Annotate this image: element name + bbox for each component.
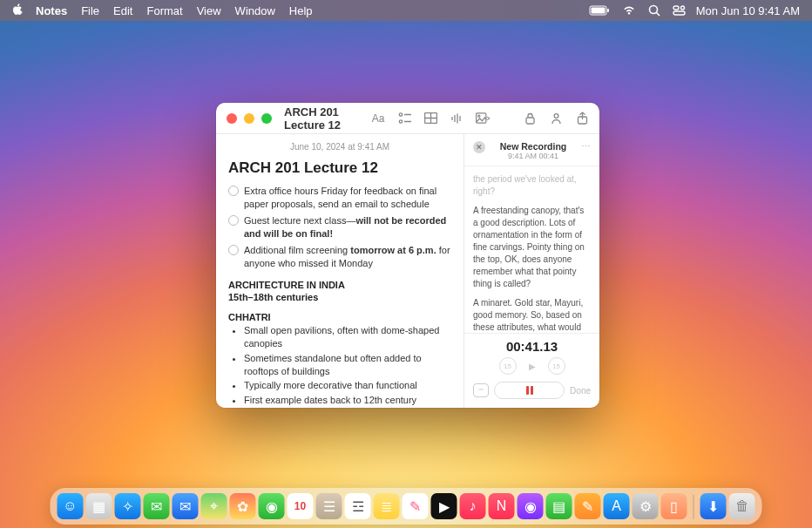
- menu-help[interactable]: Help: [289, 4, 313, 17]
- dock-safari[interactable]: ✧: [115, 493, 141, 519]
- transcript[interactable]: the period we've looked at, right? A fre…: [464, 166, 599, 333]
- checkbox-icon[interactable]: [228, 245, 239, 255]
- bullet-item: Typically more decorative than functiona…: [244, 379, 451, 392]
- toolbar: Aa: [371, 112, 589, 125]
- control-center-icon[interactable]: [673, 5, 686, 16]
- svg-line-4: [656, 13, 660, 17]
- dock-pages[interactable]: ✎: [575, 493, 601, 519]
- svg-rect-21: [526, 118, 534, 124]
- transcript-toggle-icon[interactable]: “”: [473, 383, 489, 397]
- menu-view[interactable]: View: [197, 4, 221, 17]
- dock-reminders[interactable]: ☲: [345, 493, 371, 519]
- bullet-item: First example dates back to 12th century: [244, 394, 451, 407]
- dock-appstore[interactable]: A: [604, 493, 630, 519]
- recording-title: New Recording: [491, 141, 576, 152]
- bullet-item: Small open pavilions, often with dome-sh…: [244, 324, 451, 350]
- menubar-datetime[interactable]: Mon Jun 10 9:41 AM: [696, 4, 800, 17]
- format-text-icon[interactable]: Aa: [371, 112, 385, 125]
- dock-settings[interactable]: ⚙: [633, 493, 659, 519]
- side-panel-close-button[interactable]: ✕: [473, 141, 485, 153]
- dock-contacts[interactable]: ☰: [316, 493, 342, 519]
- dock-facetime[interactable]: ◉: [259, 493, 285, 519]
- dock-tv[interactable]: ▶: [431, 493, 457, 519]
- svg-rect-30: [526, 386, 529, 395]
- checklist-item[interactable]: Extra office hours Friday for feedback o…: [228, 185, 451, 211]
- window-maximize-button[interactable]: [261, 113, 272, 124]
- note-body[interactable]: June 10, 2024 at 9:41 AM ARCH 201 Lectur…: [216, 134, 464, 408]
- table-icon[interactable]: [423, 112, 437, 125]
- checklist-item[interactable]: Guest lecture next class—will not be rec…: [228, 214, 451, 240]
- dock-calendar[interactable]: 10: [288, 493, 314, 519]
- note-date: June 10, 2024 at 9:41 AM: [228, 141, 451, 153]
- record-audio-icon[interactable]: [450, 112, 464, 125]
- bullet-list: Small open pavilions, often with dome-sh…: [228, 324, 451, 408]
- more-icon[interactable]: ⋯: [581, 141, 591, 152]
- svg-point-3: [649, 6, 657, 14]
- app-menu[interactable]: Notes: [36, 4, 67, 17]
- notes-window: ARCH 201 Lecture 12 Aa June 10, 2024 at …: [216, 103, 599, 408]
- pause-recording-button[interactable]: [494, 382, 565, 399]
- dock-music[interactable]: ♪: [460, 493, 486, 519]
- titlebar: ARCH 201 Lecture 12 Aa: [216, 103, 599, 134]
- collaborate-icon[interactable]: [549, 112, 563, 125]
- checklist-text: Guest lecture next class—will not be rec…: [244, 214, 451, 240]
- section-subheading: 15th–18th centuries: [228, 291, 451, 304]
- side-panel-header: ✕ New Recording 9:41 AM 00:41 ⋯: [464, 134, 599, 166]
- dock-trash[interactable]: 🗑: [729, 493, 755, 519]
- menu-format[interactable]: Format: [146, 4, 182, 17]
- svg-rect-7: [673, 11, 685, 15]
- checklist-text: Extra office hours Friday for feedback o…: [244, 185, 451, 211]
- svg-rect-5: [673, 6, 679, 10]
- spotlight-icon[interactable]: [648, 4, 660, 17]
- done-button[interactable]: Done: [570, 386, 591, 396]
- transcript-paragraph: A freestanding canopy, that's a good des…: [473, 205, 591, 290]
- menu-file[interactable]: File: [81, 4, 99, 17]
- svg-rect-1: [591, 8, 605, 14]
- dock-photos[interactable]: ✿: [230, 493, 256, 519]
- play-button[interactable]: ▶: [529, 362, 536, 371]
- dock-freeform[interactable]: ✎: [403, 493, 429, 519]
- media-icon[interactable]: [476, 112, 490, 125]
- svg-rect-2: [607, 9, 609, 12]
- note-title: ARCH 201 Lecture 12: [228, 159, 451, 179]
- transcript-paragraph: A minaret. Gold star, Mayuri, good memor…: [473, 297, 591, 333]
- back-15-button[interactable]: 15: [499, 357, 517, 375]
- recording-timer: 00:41.13: [473, 339, 591, 354]
- dock-downloads[interactable]: ⬇: [700, 493, 727, 519]
- checklist-text: Additional film screening tomorrow at 6 …: [244, 244, 451, 270]
- dock: ☺▦✧✉✉⌖✿◉10☰☲≣✎▶♪N◉▤✎A⚙▯⬇🗑: [51, 488, 762, 525]
- window-close-button[interactable]: [227, 113, 237, 124]
- dock-maps[interactable]: ⌖: [201, 493, 227, 519]
- dock-finder[interactable]: ☺: [58, 493, 84, 519]
- checklist-item[interactable]: Additional film screening tomorrow at 6 …: [228, 244, 451, 270]
- side-panel-footer: 00:41.13 15 ▶ 15 “” Done: [464, 333, 599, 408]
- svg-point-6: [680, 6, 684, 10]
- checkbox-icon[interactable]: [228, 215, 239, 226]
- forward-15-button[interactable]: 15: [548, 357, 565, 375]
- menu-window[interactable]: Window: [235, 4, 275, 17]
- dock-launchpad[interactable]: ▦: [86, 493, 112, 519]
- lock-icon[interactable]: [523, 112, 537, 125]
- dock-mail[interactable]: ✉: [173, 493, 199, 519]
- window-content: June 10, 2024 at 9:41 AM ARCH 201 Lectur…: [216, 134, 599, 408]
- battery-icon[interactable]: [589, 5, 610, 16]
- dock-iphone[interactable]: ▯: [661, 493, 687, 519]
- dock-podcasts[interactable]: ◉: [518, 493, 544, 519]
- section-heading: ARCHITECTURE IN INDIA: [228, 279, 451, 292]
- apple-menu[interactable]: [12, 3, 24, 18]
- checkbox-icon[interactable]: [228, 186, 239, 196]
- wifi-icon[interactable]: [622, 5, 636, 16]
- dock-messages[interactable]: ✉: [144, 493, 170, 519]
- checklist-icon[interactable]: [397, 112, 411, 125]
- dock-notes[interactable]: ≣: [374, 493, 400, 519]
- window-minimize-button[interactable]: [244, 113, 254, 124]
- svg-point-8: [399, 113, 402, 116]
- dock-news[interactable]: N: [489, 493, 515, 519]
- share-icon[interactable]: [575, 112, 589, 125]
- recording-side-panel: ✕ New Recording 9:41 AM 00:41 ⋯ the peri…: [464, 134, 599, 408]
- menu-edit[interactable]: Edit: [113, 4, 132, 17]
- dock-numbers[interactable]: ▤: [546, 493, 572, 519]
- dock-separator: [694, 495, 694, 519]
- recording-subtitle: 9:41 AM 00:41: [491, 152, 576, 160]
- window-title: ARCH 201 Lecture 12: [284, 105, 364, 132]
